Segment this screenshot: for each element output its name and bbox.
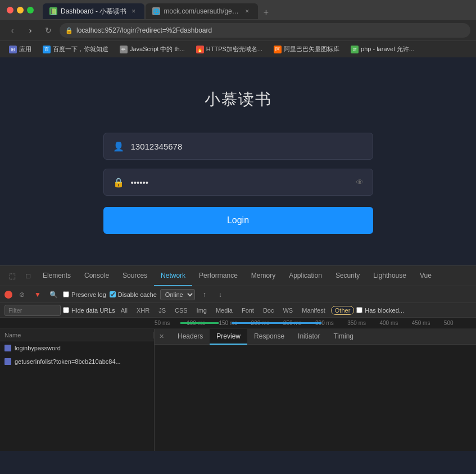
login-button[interactable]: Login — [103, 207, 373, 234]
hide-data-urls-checkbox[interactable]: Hide data URLs — [63, 307, 115, 314]
upload-icon[interactable]: ↑ — [198, 288, 211, 301]
filter-xhr[interactable]: XHR — [133, 306, 153, 314]
detail-tab-response[interactable]: Response — [247, 329, 291, 345]
back-button[interactable]: ‹ — [6, 24, 19, 37]
record-button[interactable] — [4, 291, 12, 299]
filter-other[interactable]: Other — [331, 306, 355, 315]
detail-close-icon[interactable]: ✕ — [155, 333, 169, 340]
login-form: 👤 🔒 👁 Login — [103, 133, 373, 234]
bookmark-js[interactable]: ✏ JavaScript 中的 th... — [115, 44, 189, 55]
filter-input[interactable] — [4, 305, 61, 316]
filter-icon[interactable]: ▼ — [31, 288, 44, 301]
tab-elements[interactable]: Elements — [36, 266, 78, 286]
reload-button[interactable]: ↻ — [42, 24, 55, 37]
has-blocked-checkbox[interactable]: Has blocked... — [356, 307, 404, 314]
column-headers: Name — [0, 329, 154, 341]
bookmark-php-label: php - laravel 允许... — [361, 45, 414, 53]
tab-memory[interactable]: Memory — [244, 266, 282, 286]
nav-bar: ‹ › ↻ 🔒 localhost:9527/login?redirect=%2… — [0, 20, 476, 40]
tab-mock[interactable]: 🌐 mock.com/userauth/getuserinf... ✕ — [146, 3, 258, 19]
detail-panel: ✕ Headers Preview Response Initiator Tim… — [155, 329, 476, 451]
tab-favicon-2: 🌐 — [152, 7, 160, 15]
address-bar[interactable]: 🔒 localhost:9527/login?redirect=%2Fdashb… — [60, 23, 470, 38]
files-panel: Name loginbypassword getuserinfolist?tok… — [0, 329, 155, 451]
address-lock-icon: 🔒 — [65, 27, 73, 34]
hide-data-urls-input[interactable] — [63, 307, 69, 313]
bookmark-https[interactable]: 🔥 HTTPS加密壳域名... — [192, 44, 267, 55]
file-icon-1 — [4, 345, 11, 351]
page-content: 小慕读书 👤 🔒 👁 Login — [0, 57, 476, 265]
bookmark-js-label: JavaScript 中的 th... — [130, 45, 185, 53]
tab-sources[interactable]: Sources — [116, 266, 154, 286]
devtools-toolbar: ⊘ ▼ 🔍 Preserve log Disable cache Online … — [0, 286, 476, 303]
password-input[interactable] — [131, 178, 349, 187]
bookmark-php[interactable]: sf php - laravel 允许... — [346, 44, 419, 55]
minimize-button[interactable] — [17, 7, 24, 13]
apps-icon: ⊞ — [9, 46, 17, 53]
filter-row: Hide data URLs All XHR JS CSS Img Media … — [0, 303, 476, 318]
stop-button[interactable]: ⊘ — [16, 288, 28, 301]
username-input[interactable] — [131, 142, 364, 151]
tab-vue[interactable]: Vue — [413, 266, 438, 286]
file-entry-getuserinfo[interactable]: getuserinfolist?token=8bcb210abc84... — [0, 355, 154, 368]
search-icon[interactable]: 🔍 — [47, 288, 60, 301]
detail-tab-headers[interactable]: Headers — [171, 329, 210, 345]
detail-tab-initiator[interactable]: Initiator — [291, 329, 327, 345]
filter-img[interactable]: Img — [193, 306, 210, 314]
filter-manifest[interactable]: Manifest — [298, 306, 329, 314]
file-entry-login[interactable]: loginbypassword — [0, 341, 154, 355]
preserve-log-input[interactable] — [63, 291, 69, 297]
timeline-row: 50 ms 100 ms 150 ms 200 ms 250 ms 300 ms… — [0, 318, 476, 329]
filter-all[interactable]: All — [117, 306, 131, 314]
filter-css[interactable]: CSS — [171, 306, 191, 314]
filter-doc[interactable]: Doc — [260, 306, 278, 314]
disable-cache-checkbox[interactable]: Disable cache — [110, 291, 157, 298]
bookmarks-bar: ⊞ 应用 百 百度一下，你就知道 ✏ JavaScript 中的 th... 🔥… — [0, 40, 476, 57]
panel-body: Name loginbypassword getuserinfolist?tok… — [0, 329, 476, 451]
devtools-mobile-icon[interactable]: □ — [20, 268, 36, 284]
alibaba-icon: 阿 — [274, 46, 282, 53]
tab-application[interactable]: Application — [282, 266, 329, 286]
disable-cache-input[interactable] — [110, 291, 116, 297]
tab-performance[interactable]: Performance — [192, 266, 244, 286]
password-toggle-icon[interactable]: 👁 — [356, 178, 364, 187]
address-text: localhost:9527/login?redirect=%2Fdashboa… — [76, 26, 212, 34]
devtools-panel: ⬚ □ Elements Console Sources Network Per… — [0, 265, 476, 451]
filter-media[interactable]: Media — [212, 306, 236, 314]
maximize-button[interactable] — [27, 7, 34, 13]
tab-close-1[interactable]: ✕ — [130, 7, 138, 15]
detail-tab-timing[interactable]: Timing — [327, 329, 360, 345]
browser-window: 📗 Dashboard - 小慕读书 ✕ 🌐 mock.com/userauth… — [0, 0, 476, 451]
col-header-name: Name — [0, 332, 154, 338]
tab-favicon-1: 📗 — [49, 7, 57, 15]
filter-js[interactable]: JS — [155, 306, 169, 314]
bookmark-baidu[interactable]: 百 百度一下，你就知道 — [38, 44, 113, 55]
new-tab-button[interactable]: + — [259, 6, 273, 19]
title-bar: 📗 Dashboard - 小慕读书 ✕ 🌐 mock.com/userauth… — [0, 0, 476, 20]
preserve-log-checkbox[interactable]: Preserve log — [63, 291, 106, 298]
tab-label-1: Dashboard - 小慕读书 — [61, 7, 126, 16]
devtools-cursor-icon[interactable]: ⬚ — [4, 268, 20, 284]
close-button[interactable] — [7, 7, 13, 13]
filter-font[interactable]: Font — [238, 306, 257, 314]
tab-lighthouse[interactable]: Lighthouse — [366, 266, 413, 286]
bookmark-alibaba[interactable]: 阿 阿里巴巴矢量图标库 — [269, 44, 344, 55]
traffic-lights — [7, 7, 34, 13]
detail-tab-preview[interactable]: Preview — [210, 329, 247, 345]
bookmark-apps[interactable]: ⊞ 应用 — [4, 44, 36, 55]
devtools-tabs: ⬚ □ Elements Console Sources Network Per… — [0, 266, 476, 286]
timeline-blue-bar — [232, 322, 321, 324]
throttle-select[interactable]: Online — [160, 289, 195, 300]
forward-button[interactable]: › — [24, 24, 37, 37]
tab-network[interactable]: Network — [154, 266, 192, 286]
download-icon[interactable]: ↓ — [214, 288, 226, 301]
has-blocked-input[interactable] — [356, 307, 362, 313]
tab-console[interactable]: Console — [78, 266, 116, 286]
tab-close-2[interactable]: ✕ — [243, 7, 251, 15]
file-name-1: loginbypassword — [15, 345, 61, 351]
bookmark-alibaba-label: 阿里巴巴矢量图标库 — [284, 45, 339, 53]
tab-dashboard[interactable]: 📗 Dashboard - 小慕读书 ✕ — [43, 3, 144, 19]
file-icon-2 — [4, 358, 11, 365]
filter-ws[interactable]: WS — [279, 306, 296, 314]
tab-security[interactable]: Security — [329, 266, 366, 286]
